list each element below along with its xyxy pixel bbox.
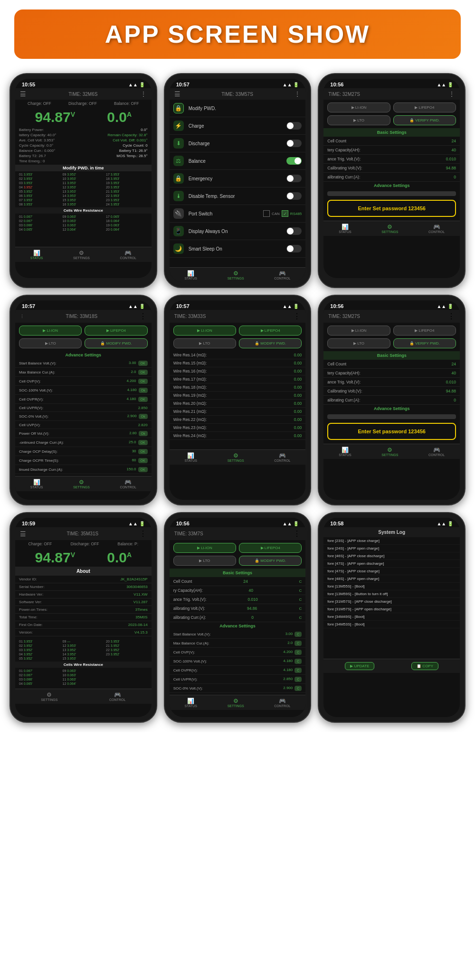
adv-settings-title-6: Advance Settings: [323, 405, 460, 412]
lto-btn-3[interactable]: ▶ LTO: [327, 115, 390, 125]
lifepo4-btn-6[interactable]: ▶ LIFEPO4: [393, 326, 456, 336]
banner-title: APP SCREEN SHOW: [14, 20, 461, 48]
balance-toggle[interactable]: [286, 157, 302, 165]
phone-1: 10:55 ▲▲ 🔋 ☰ TIME: 32M6S ⋮ Charge: OFF D…: [10, 73, 157, 288]
phone-5: 10:57 ▲▲ 🔋 TIME: 33M33S ⋮ ▶ LI-ION ▶ LIF…: [164, 295, 312, 505]
modify-pwd-btn-5[interactable]: 🔒 MODIFY PWD.: [239, 338, 302, 348]
lifepo4-btn-8[interactable]: ▶ LIFEPO4: [239, 543, 302, 553]
phone-7: 10:59 ▲▲ 🔋 ☰ TIME: 35M31S ⋮ Charge: OFF …: [10, 512, 157, 723]
lifepo4-btn-5[interactable]: ▶ LIFEPO4: [239, 326, 302, 336]
status-time-1: 10:55: [22, 82, 35, 87]
update-button[interactable]: ▶ UPDATE: [345, 662, 374, 670]
lto-btn-8[interactable]: ▶ LTO: [173, 556, 236, 566]
setting-modify-pwd[interactable]: 🔒 Modify PWD.: [170, 100, 306, 117]
can-checkbox[interactable]: [263, 210, 270, 217]
log-entry-7: fore [13M55S] - [Boot]: [323, 583, 460, 590]
li-ion-btn-6[interactable]: ▶ LI-ION: [327, 326, 390, 336]
rs485-checkbox[interactable]: ✓: [282, 210, 288, 217]
basic-settings-title-8: Basic Settings: [170, 569, 306, 577]
setting-discharge[interactable]: ⬇ Discharge: [170, 135, 306, 152]
phone-8: 10:56 ▲▲ 🔋 TIME: 33M7S ⋮ ▶ LI-ION ▶ LIFE…: [164, 512, 312, 723]
adv-settings-title-4: Advance Settings: [15, 351, 152, 359]
pwd-box-6: Enter Set password 123456: [327, 423, 456, 440]
setting-port-switch[interactable]: 🔌 Port Switch CAN ✓ RS485: [170, 205, 306, 223]
li-ion-btn-4[interactable]: ▶ LI-ION: [19, 326, 82, 336]
discharge-toggle[interactable]: [286, 140, 302, 147]
log-entry-8: fore [13M59S] - [Button to turn it off]: [323, 590, 460, 598]
log-entry-2: fore [24S] - [APP open charge]: [323, 545, 460, 552]
emergency-toggle[interactable]: [286, 175, 302, 182]
log-entry-9: fore [31M57S] - [APP close discharge]: [323, 598, 460, 606]
basic-settings-title-6: Basic Settings: [323, 351, 460, 360]
lto-btn-6[interactable]: ▶ LTO: [327, 338, 390, 348]
setting-sleep[interactable]: 🌙 Smart Sleep On: [170, 240, 306, 258]
adv-settings-title-8: Advance Settings: [170, 622, 306, 630]
log-entry-12: fore [34M53S] - [Boot]: [323, 621, 460, 628]
log-entry-5: fore [47S] - [APP close charge]: [323, 568, 460, 575]
phone-6: 10:56 ▲▲ 🔋 TIME: 32M27S ⋮ ▶ LI-ION ▶ LIF…: [318, 295, 466, 505]
setting-temp-sensor[interactable]: 🌡 Disable Temp. Sensor: [170, 187, 306, 205]
basic-settings-title-3: Basic Settings: [323, 128, 460, 137]
setting-emergency[interactable]: 🔒 Emergency: [170, 170, 306, 187]
lifepo4-btn-3[interactable]: ▶ LIFEPO4: [393, 103, 456, 112]
lto-btn-5[interactable]: ▶ LTO: [173, 338, 236, 348]
phones-grid: 10:55 ▲▲ 🔋 ☰ TIME: 32M6S ⋮ Charge: OFF D…: [0, 68, 475, 732]
copy-button[interactable]: 📋 COPY: [411, 662, 438, 670]
verify-pwd-btn-3[interactable]: 🔒 VERIFY PWD.: [393, 115, 456, 125]
setting-balance[interactable]: ⚖ Balance: [170, 152, 306, 170]
charge-toggle[interactable]: [286, 122, 302, 130]
adv-settings-title-3: Advance Settings: [323, 182, 460, 189]
phone-4: 10:57 ▲▲ 🔋 ⋮ TIME: 33M18S ⋮ ▶ LI-ION ▶ L…: [10, 295, 157, 505]
sleep-toggle[interactable]: [286, 245, 302, 252]
log-entry-11: fore [34M49S] - [Boot]: [323, 613, 460, 621]
log-entry-6: fore [48S] - [APP open charge]: [323, 575, 460, 583]
verify-pwd-btn-6[interactable]: 🔒 VERIFY PWD.: [393, 338, 456, 348]
lto-btn-4[interactable]: ▶ LTO: [19, 338, 82, 348]
li-ion-btn-3[interactable]: ▶ LI-ION: [327, 103, 390, 112]
temp-toggle[interactable]: [286, 192, 302, 200]
modify-pwd-btn-8[interactable]: 🔒 MODIFY PWD.: [239, 556, 302, 566]
log-entry-4: fore [47S] - [APP open discharge]: [323, 560, 460, 568]
display-toggle[interactable]: [286, 227, 302, 235]
li-ion-btn-8[interactable]: ▶ LI-ION: [173, 543, 236, 553]
lifepo4-btn-4[interactable]: ▶ LIFEPO4: [85, 326, 147, 336]
about-title: About: [15, 567, 152, 576]
phone-2: 10:57 ▲▲ 🔋 ☰ TIME: 33M57S ⋮ 🔒 Modify PWD…: [164, 73, 312, 288]
log-entry-10: fore [31M57S] - [APP open discharge]: [323, 606, 460, 613]
li-ion-btn-5[interactable]: ▶ LI-ION: [173, 326, 236, 336]
system-log-title: System Log: [323, 527, 460, 537]
phone-3: 10:56 ▲▲ 🔋 TIME: 32M27S ⋮ ▶ LI-ION ▶ LIF…: [318, 73, 466, 288]
setting-display[interactable]: 📱 Display Always On: [170, 223, 306, 240]
header-banner: APP SCREEN SHOW: [14, 9, 461, 59]
log-entry-3: fore [46S] - [APP close discharge]: [323, 552, 460, 560]
log-entry-1: fore [23S] - [APP close charge]: [323, 537, 460, 545]
modify-pwd-btn-4[interactable]: 🔒 MODIFY PWD.: [85, 338, 147, 348]
pwd-box-3: Enter Set password 123456: [327, 200, 456, 217]
setting-charge[interactable]: ⚡ Charge: [170, 117, 306, 135]
phone-9: 10:58 ▲▲ 🔋 System Log fore [23S] - [APP …: [318, 512, 466, 723]
